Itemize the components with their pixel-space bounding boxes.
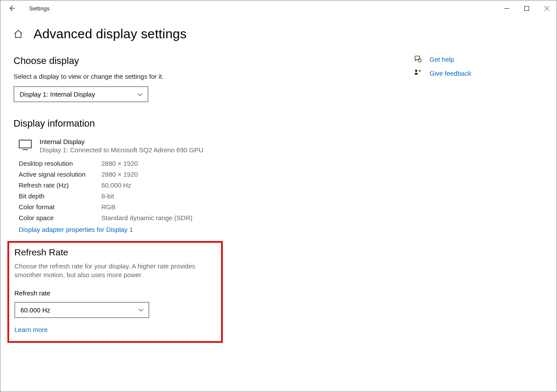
minimize-icon: [504, 6, 509, 11]
monitor-icon: [19, 140, 32, 150]
display-select[interactable]: Display 1: Internal Display: [13, 86, 148, 102]
choose-display-desc: Select a display to view or change the s…: [13, 73, 414, 80]
info-label: Color space: [19, 214, 101, 221]
refresh-rate-value: 60.000 Hz: [20, 306, 50, 314]
window-controls: [497, 0, 557, 16]
info-value: 2880 × 1920: [101, 171, 414, 178]
info-value: 60.000 Hz: [101, 181, 414, 189]
refresh-rate-heading: Refresh Rate: [14, 247, 216, 258]
header: Advanced display settings: [0, 16, 557, 45]
titlebar: Settings: [0, 0, 557, 16]
chat-help-icon: [414, 55, 422, 63]
maximize-icon: [524, 6, 529, 11]
display-name: Internal Display: [40, 138, 203, 145]
feedback-icon: [414, 69, 422, 77]
home-icon[interactable]: [13, 29, 23, 39]
display-info-heading: Display information: [13, 118, 414, 129]
back-button[interactable]: [8, 5, 26, 12]
info-value: 2880 × 1920: [101, 160, 414, 167]
get-help-item[interactable]: Get help: [414, 55, 536, 63]
info-label: Refresh rate (Hz): [19, 181, 101, 189]
back-arrow-icon: [8, 5, 15, 12]
svg-rect-1: [19, 140, 31, 148]
refresh-rate-select[interactable]: 60.000 Hz: [14, 302, 149, 318]
info-value: Standard dynamic range (SDR): [101, 214, 414, 221]
give-feedback-item[interactable]: Give feedback: [414, 69, 536, 77]
info-label: Bit depth: [19, 192, 101, 200]
info-value: RGB: [101, 203, 414, 211]
app-name: Settings: [29, 5, 50, 12]
display-select-value: Display 1: Internal Display: [20, 90, 95, 98]
choose-display-heading: Choose display: [13, 55, 414, 67]
info-label: Desktop resolution: [19, 160, 101, 167]
close-button[interactable]: [537, 0, 557, 16]
learn-more-link[interactable]: Learn more: [14, 326, 216, 333]
info-value: 8-bit: [101, 192, 414, 200]
chevron-down-icon: [138, 307, 144, 313]
minimize-button[interactable]: [497, 0, 517, 16]
info-label: Active signal resolution: [19, 171, 101, 178]
svg-rect-0: [524, 6, 529, 10]
display-sub: Display 1: Connected to Microsoft SQ2 Ad…: [40, 146, 203, 154]
get-help-link: Get help: [429, 56, 454, 63]
refresh-rate-desc: Choose the refresh rate for your display…: [14, 262, 206, 280]
refresh-rate-label: Refresh rate: [14, 289, 216, 297]
give-feedback-link: Give feedback: [429, 70, 471, 77]
svg-point-3: [415, 70, 417, 72]
info-label: Color format: [19, 203, 101, 211]
close-icon: [544, 6, 549, 11]
refresh-rate-section: Refresh Rate Choose the refresh rate for…: [7, 241, 223, 343]
adapter-properties-link[interactable]: Display adapter properties for Display 1: [19, 226, 414, 233]
maximize-button[interactable]: [517, 0, 537, 16]
chevron-down-icon: [137, 91, 143, 97]
page-title: Advanced display settings: [34, 27, 187, 41]
